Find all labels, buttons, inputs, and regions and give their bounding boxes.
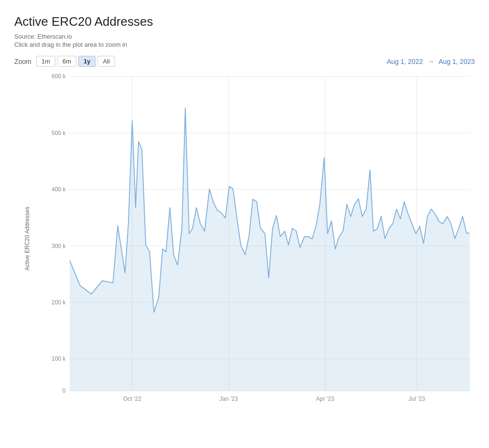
date-range: Aug 1, 2022 → Aug 1, 2023	[387, 58, 475, 65]
chart-area[interactable]: 600 k 500 k 400 k 300 k 200 k 100 k 0 Oc…	[41, 72, 475, 406]
svg-text:Oct '22: Oct '22	[123, 396, 141, 402]
date-range-end: Aug 1, 2023	[438, 58, 475, 65]
svg-text:0: 0	[63, 387, 66, 394]
svg-text:Apr '23: Apr '23	[316, 396, 334, 402]
date-range-arrow: →	[427, 58, 434, 65]
date-range-start: Aug 1, 2022	[387, 58, 423, 65]
svg-text:Jul '23: Jul '23	[408, 396, 425, 402]
chart-source: Source: Etherscan.io	[14, 33, 475, 40]
svg-text:100 k: 100 k	[52, 355, 66, 362]
chart-svg: 600 k 500 k 400 k 300 k 200 k 100 k 0 Oc…	[41, 72, 475, 406]
svg-text:200 k: 200 k	[52, 299, 66, 306]
chart-hint: Click and drag in the plot area to zoom …	[14, 41, 475, 48]
svg-marker-23	[70, 108, 470, 391]
zoom-1y-button[interactable]: 1y	[78, 56, 96, 67]
zoom-all-button[interactable]: All	[97, 56, 115, 67]
chart-title: Active ERC20 Addresses	[14, 14, 475, 29]
svg-text:500 k: 500 k	[52, 130, 66, 136]
zoom-6m-button[interactable]: 6m	[57, 56, 76, 67]
zoom-1m-button[interactable]: 1m	[36, 56, 55, 67]
zoom-label: Zoom	[14, 58, 32, 65]
svg-text:400 k: 400 k	[52, 186, 66, 193]
svg-text:300 k: 300 k	[52, 242, 66, 249]
controls-row: Zoom 1m 6m 1y All Aug 1, 2022 → Aug 1, 2…	[14, 56, 475, 67]
svg-text:600 k: 600 k	[52, 73, 66, 80]
svg-text:Jan '23: Jan '23	[220, 396, 238, 402]
zoom-controls: Zoom 1m 6m 1y All	[14, 56, 115, 67]
y-axis-label: Active ERC20 Addresses	[24, 207, 31, 271]
chart-container: Active ERC20 Addresses Source: Etherscan…	[14, 14, 475, 406]
